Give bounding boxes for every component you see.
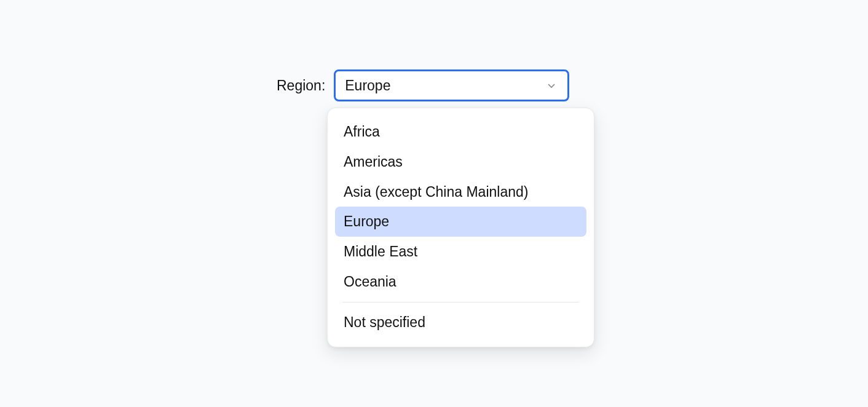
region-option[interactable]: Europe bbox=[335, 207, 586, 237]
region-option[interactable]: Oceania bbox=[335, 267, 586, 297]
region-dropdown: Africa Americas Asia (except China Mainl… bbox=[327, 108, 594, 347]
region-label: Region: bbox=[277, 79, 325, 93]
region-option[interactable]: Asia (except China Mainland) bbox=[335, 177, 586, 207]
region-option[interactable]: Americas bbox=[335, 147, 586, 177]
region-option[interactable]: Africa bbox=[335, 117, 586, 147]
region-select[interactable]: Europe bbox=[334, 69, 569, 101]
dropdown-divider bbox=[342, 302, 579, 302]
region-option[interactable]: Middle East bbox=[335, 237, 586, 267]
chevron-down-icon bbox=[546, 80, 557, 91]
region-select-value: Europe bbox=[345, 77, 390, 94]
region-selector: Region: Europe bbox=[277, 69, 569, 101]
region-option-not-specified[interactable]: Not specified bbox=[335, 307, 586, 338]
